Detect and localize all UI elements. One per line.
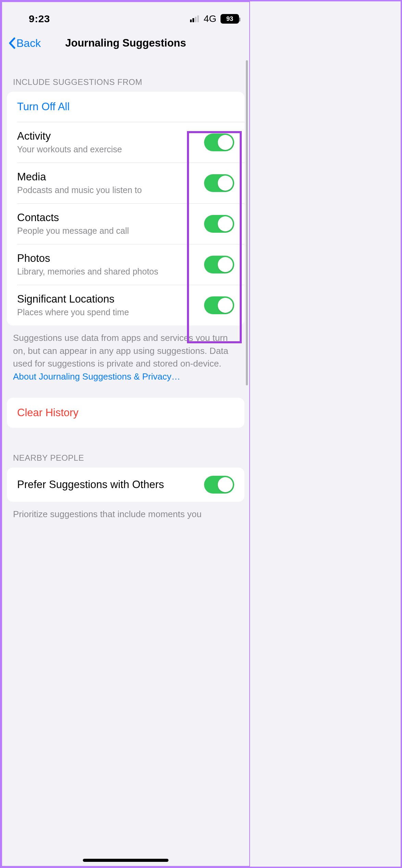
row-title: Contacts (17, 212, 129, 224)
toggle-activity[interactable] (204, 133, 234, 151)
row-significant-locations: Significant Locations Places where you s… (7, 285, 244, 326)
row-contacts: Contacts People you message and call (7, 203, 244, 244)
section-footer-nearby: Prioritize suggestions that include mome… (2, 502, 249, 522)
row-subtitle: Library, memories and shared photos (17, 267, 158, 277)
status-bar: 9:23 4G 93 (2, 2, 249, 33)
section-footer-include: Suggestions use data from apps and servi… (2, 326, 249, 385)
row-title: Activity (17, 130, 122, 142)
clear-history-label: Clear History (17, 407, 78, 419)
row-media: Media Podcasts and music you listen to (7, 163, 244, 203)
toggle-photos[interactable] (204, 256, 234, 273)
row-prefer-others: Prefer Suggestions with Others (7, 468, 244, 502)
row-activity: Activity Your workouts and exercise (7, 122, 244, 163)
section-header-include: INCLUDE SUGGESTIONS FROM (2, 58, 249, 92)
nearby-group: Prefer Suggestions with Others (7, 468, 244, 502)
row-subtitle: Places where you spend time (17, 307, 129, 317)
battery-icon: 93 (221, 14, 239, 24)
signal-icon (190, 15, 199, 22)
section-header-nearby: NEARBY PEOPLE (2, 428, 249, 468)
row-title: Media (17, 171, 142, 183)
row-subtitle: Your workouts and exercise (17, 144, 122, 154)
clear-history-button[interactable]: Clear History (7, 398, 244, 428)
turn-off-all-label: Turn Off All (17, 101, 70, 113)
nav-bar: Back Journaling Suggestions (2, 33, 249, 58)
row-title: Photos (17, 252, 158, 265)
back-label: Back (16, 37, 41, 50)
row-subtitle: Podcasts and music you listen to (17, 185, 142, 195)
network-label: 4G (204, 13, 216, 24)
row-subtitle: People you message and call (17, 226, 129, 236)
footer-body: Suggestions use data from apps and servi… (13, 333, 228, 369)
clear-history-group: Clear History (7, 398, 244, 428)
back-button[interactable]: Back (8, 37, 41, 50)
turn-off-all-button[interactable]: Turn Off All (7, 92, 244, 122)
toggle-contacts[interactable] (204, 215, 234, 233)
toggle-prefer-others[interactable] (204, 476, 234, 494)
toggle-locations[interactable] (204, 296, 234, 314)
home-indicator (83, 859, 168, 862)
chevron-left-icon (8, 37, 16, 49)
suggestions-group: Turn Off All Activity Your workouts and … (7, 92, 244, 326)
row-photos: Photos Library, memories and shared phot… (7, 244, 244, 285)
row-title: Prefer Suggestions with Others (17, 478, 164, 491)
toggle-media[interactable] (204, 174, 234, 192)
scroll-indicator (246, 60, 248, 385)
status-time: 9:23 (29, 13, 50, 25)
privacy-link[interactable]: About Journaling Suggestions & Privacy… (13, 371, 180, 382)
row-title: Significant Locations (17, 293, 129, 305)
